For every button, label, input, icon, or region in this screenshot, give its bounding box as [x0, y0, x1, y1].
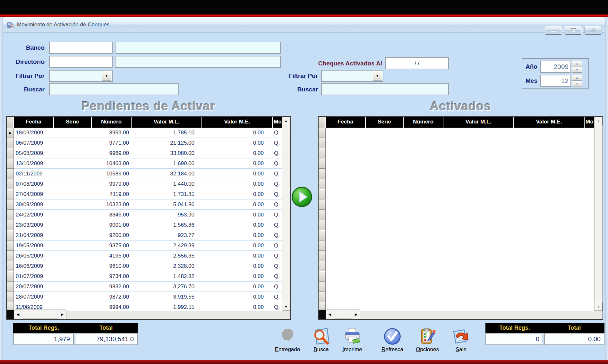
table-row[interactable]: 13/10/200910463.001,690.000.00Q.: [7, 158, 282, 169]
cell-serie: [54, 138, 92, 148]
scroll-right-button[interactable]: ▶: [352, 310, 360, 319]
horizontal-scrollbar-thumb[interactable]: [334, 310, 352, 318]
table-row[interactable]: 19/05/20099375.002,429.390.00Q.: [7, 241, 282, 251]
spinner-down-button[interactable]: ▼: [572, 67, 582, 73]
table-row[interactable]: 26/05/20094195.002,556.350.00Q.: [7, 251, 282, 261]
spinner-up-button[interactable]: ▲: [572, 61, 582, 66]
imprime-button[interactable]: Imprime: [335, 327, 370, 353]
minimize-button[interactable]: [545, 26, 562, 35]
pendientes-total-value: 79,130,541.0: [75, 333, 138, 345]
scroll-left-button[interactable]: ◀: [14, 310, 22, 319]
cell-valor_me: 0.00: [202, 261, 273, 271]
empty-table-row: [319, 241, 595, 251]
empty-table-row: [319, 292, 595, 302]
close-button[interactable]: ✕: [585, 26, 602, 35]
vertical-scrollbar-thumb[interactable]: [282, 125, 290, 137]
buscar-left-input[interactable]: [49, 83, 179, 95]
scroll-right-button[interactable]: ▶: [58, 310, 66, 319]
dropdown-button[interactable]: ▼: [373, 71, 382, 80]
table-row[interactable]: 23/03/20099001.001,565.860.00Q.: [7, 220, 282, 230]
table-row[interactable]: 02/11/200910586.0032,184.000.00Q.: [7, 169, 282, 179]
table-row[interactable]: 28/07/20099872.003,919.550.00Q.: [7, 292, 282, 302]
empty-table-row: [319, 251, 595, 261]
empty-table-row: [319, 138, 595, 148]
pendientes-horizontal-scrollbar[interactable]: ◀ ▶: [7, 309, 66, 319]
table-row[interactable]: ▶18/03/20098959.001,785.100.00Q.: [7, 128, 282, 138]
sale-button[interactable]: Sale: [443, 327, 479, 353]
table-row[interactable]: 24/02/20098846.00953.900.00Q.: [7, 210, 282, 220]
mes-input[interactable]: [540, 75, 571, 87]
total-label: Total: [544, 323, 604, 333]
maximize-button[interactable]: [565, 26, 582, 35]
current-row-marker: ▶: [7, 128, 14, 138]
cell-valor_me: 0.00: [202, 179, 273, 189]
horizontal-scrollbar-thumb[interactable]: [22, 310, 58, 318]
filtrar-por-left-combo[interactable]: ▼: [49, 70, 113, 82]
activados-vertical-scrollbar[interactable]: ▲ ▼: [594, 117, 603, 311]
table-row[interactable]: 20/07/20099832.003,276.700.00Q.: [7, 282, 282, 292]
table-row[interactable]: 05/08/20099969.0033,080.000.00Q.: [7, 148, 282, 158]
banco-code-input[interactable]: [49, 42, 113, 54]
titlebar[interactable]: Movimiento de Activación de Cheques: [3, 17, 605, 33]
activados-horizontal-scrollbar[interactable]: ◀ ▶: [319, 309, 360, 319]
entregado-button[interactable]: Entregado: [270, 327, 305, 353]
cell-moneda: Q.: [273, 230, 282, 241]
column-header-valor-me: Valor M.E.: [202, 117, 273, 128]
directorio-name-input[interactable]: [115, 56, 281, 68]
table-row[interactable]: 21/04/20099200.00923.770.00Q.: [7, 230, 282, 241]
scroll-left-button[interactable]: ◀: [326, 310, 334, 319]
row-selector: [319, 158, 326, 169]
row-selector: [7, 251, 14, 261]
pendientes-vertical-scrollbar[interactable]: ▲ ▼: [282, 117, 290, 311]
spinner-up-button[interactable]: ▲: [572, 75, 582, 80]
table-row[interactable]: 07/08/20099979.001,440.000.00Q.: [7, 179, 282, 189]
table-row[interactable]: 01/07/20099734.001,482.820.00Q.: [7, 271, 282, 282]
table-row[interactable]: 16/06/20099610.002,328.000.00Q.: [7, 261, 282, 271]
scroll-down-button[interactable]: ▼: [595, 302, 603, 311]
total-regs-label: Total Regs.: [13, 323, 74, 333]
row-selector: [319, 128, 326, 138]
banco-name-input[interactable]: [115, 42, 281, 54]
cell-moneda: Q.: [273, 302, 282, 311]
sale-label: Sale: [443, 346, 479, 353]
buscar-right-label: Buscar: [279, 86, 318, 93]
cell-fecha: 16/06/2009: [14, 261, 54, 271]
chevron-down-icon: ▼: [105, 74, 108, 78]
cell-moneda: Q.: [273, 158, 282, 169]
buscar-right-input[interactable]: [321, 83, 449, 95]
table-row[interactable]: 27/04/20094119.001,731.850.00Q.: [7, 189, 282, 199]
cheques-activados-date-input[interactable]: [385, 57, 449, 69]
scrollbar-track[interactable]: [595, 125, 603, 302]
banco-label: Banco: [6, 44, 45, 51]
column-header-valor-me: Valor M.E.: [514, 117, 585, 128]
scroll-down-button[interactable]: ▼: [282, 302, 290, 311]
cell-valor_me: 0.00: [202, 282, 273, 292]
row-selector: [319, 220, 326, 230]
scroll-up-button[interactable]: ▲: [282, 117, 290, 125]
cell-valor_ml: 2,429.39: [132, 241, 202, 251]
scroll-up-button[interactable]: ▲: [595, 117, 603, 125]
busca-label: Busca: [304, 346, 339, 353]
dropdown-button[interactable]: ▼: [102, 71, 111, 80]
filtrar-por-right-combo[interactable]: ▼: [321, 70, 383, 82]
scrollbar-track[interactable]: [282, 137, 290, 302]
activate-play-button[interactable]: [291, 186, 313, 208]
table-row[interactable]: 30/09/200910323.005,041.860.00Q.: [7, 199, 282, 210]
cell-valor_ml: 1,482.82: [132, 271, 202, 282]
column-header-valor-ml: Valor M.L.: [132, 117, 202, 128]
directorio-code-input[interactable]: [49, 56, 113, 68]
up-arrow-icon: ▲: [576, 62, 578, 65]
ano-input[interactable]: [540, 61, 571, 73]
cell-moneda: Q.: [273, 282, 282, 292]
cell-valor_me: 0.00: [202, 138, 273, 148]
cell-moneda: Q.: [273, 292, 282, 302]
busca-button[interactable]: Busca: [304, 327, 339, 353]
spinner-down-button[interactable]: ▼: [572, 81, 582, 87]
opciones-button[interactable]: Opciones: [410, 327, 445, 353]
table-row[interactable]: 06/07/20099771.0021,125.000.00Q.: [7, 138, 282, 148]
cell-moneda: Q.: [273, 148, 282, 158]
cell-fecha: 30/09/2009: [14, 199, 54, 210]
cell-numero: 9001.00: [92, 220, 132, 230]
cell-fecha: 18/03/2009: [14, 128, 54, 138]
refresca-button[interactable]: Refresca: [375, 327, 410, 353]
